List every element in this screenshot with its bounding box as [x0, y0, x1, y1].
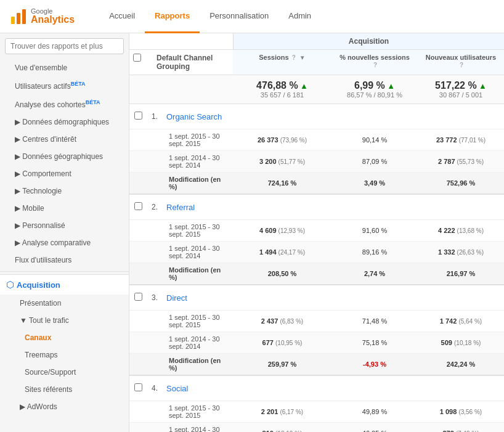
sidebar-item-vue-ensemble[interactable]: Vue d'ensemble	[0, 59, 129, 76]
dr-sessions-pct-3-0: (6,17 %)	[280, 409, 303, 415]
dr-newusers-num-0-0: 23 772	[436, 136, 457, 144]
dr-newusers-1-1: 1 332 (26,63 %)	[418, 245, 504, 259]
channel-checkbox-2[interactable]	[129, 289, 152, 306]
channel-link-2[interactable]: Direct	[166, 293, 187, 303]
totals-new-sessions: 6,99 % ▲ 86,57 % / 80,91 %	[331, 75, 418, 104]
new-users-label: Nouveaux utilisateurs	[426, 54, 496, 61]
dr-sessions-pct-2-0: (6,83 %)	[280, 318, 303, 325]
dr-newusers-2-0: 1 742 (5,64 %)	[418, 314, 504, 328]
sidebar: Vue d'ensemble Utilisateurs actifsBÉTA A…	[0, 33, 129, 432]
sidebar-item-comportement[interactable]: ▶ Comportement	[0, 165, 129, 182]
dr-label-2-1: 1 sept. 2014 - 30 sept. 2014	[152, 332, 233, 353]
channel-link-1[interactable]: Referral	[166, 203, 195, 212]
channel-newusers-empty-0	[418, 113, 504, 120]
ch-check-input-1[interactable]	[134, 202, 142, 210]
nav-admin[interactable]: Admin	[278, 0, 321, 33]
totals-new-sessions-arrow: ▲	[387, 81, 395, 91]
sidebar-item-personnalise[interactable]: ▶ Personnalisé	[0, 217, 129, 234]
channel-name-1: Referral	[164, 200, 233, 214]
dr-newusers-num-3-1: 373	[442, 430, 453, 432]
channel-header-1: 2. Referral	[129, 195, 504, 220]
channel-name-0: Organic Search	[164, 110, 233, 124]
channel-checkbox-1[interactable]	[129, 198, 152, 216]
sessions-sort-icon[interactable]: ▼	[299, 54, 306, 61]
sidebar-item-technologie[interactable]: ▶ Technologie	[0, 182, 129, 200]
totals-new-sessions-sub: 86,57 % / 80,91 %	[336, 91, 413, 99]
channel-num-2: 3.	[152, 293, 164, 302]
nav-personnalisation[interactable]: Personnalisation	[200, 0, 278, 33]
dr-newsess-2-1: 75,18 %	[331, 336, 418, 349]
dr-sessions-1-0: 4 609 (12,93 %)	[233, 224, 331, 237]
channel-link-3[interactable]: Social	[166, 384, 188, 393]
sidebar-item-analyse-cohortes[interactable]: Analyse des cohortesBÉTA	[0, 95, 129, 113]
totals-sessions-pct: 476,88 %	[256, 80, 298, 91]
nav-accueil[interactable]: Accueil	[99, 0, 145, 33]
sidebar-item-donnees-demographiques[interactable]: ▶ Données démographiques	[0, 113, 129, 131]
sidebar-item-mobile[interactable]: ▶ Mobile	[0, 200, 129, 217]
channel-col-header: Default Channel Grouping	[152, 50, 233, 75]
data-row-1-1: 1 sept. 2014 - 30 sept. 2014 1 494 (24,1…	[129, 242, 504, 263]
sidebar-item-source-support[interactable]: Source/Support	[0, 364, 129, 381]
sidebar-item-tout-trafic[interactable]: ▼ Tout le trafic	[0, 312, 129, 329]
mod-row-0: Modification (en %) 724,16 % 3,49 % 752,…	[129, 173, 504, 195]
sidebar-divider	[0, 271, 129, 272]
sidebar-item-canaux[interactable]: Canaux	[0, 329, 129, 346]
totals-sessions-arrow: ▲	[300, 81, 308, 91]
dr-newsess-3-0: 49,89 %	[331, 405, 418, 418]
new-users-help-icon[interactable]: ?	[460, 62, 463, 68]
channel-header-2: 3. Direct	[129, 285, 504, 311]
totals-sessions-sub: 35 657 / 6 181	[238, 91, 327, 99]
channel-name-2: Direct	[164, 291, 233, 305]
mod-label-1: Modification (en %)	[152, 263, 233, 284]
dr-sessions-num-1-0: 4 609	[259, 227, 277, 234]
table-header-group: Acquisition	[129, 33, 504, 50]
select-all-checkbox[interactable]	[133, 54, 141, 62]
header-checkbox[interactable]	[129, 50, 152, 75]
channel-checkbox-0[interactable]	[129, 108, 152, 125]
dr-sessions-pct-1-1: (24,17 %)	[278, 249, 305, 256]
channel-checkbox-3[interactable]	[129, 380, 152, 397]
sidebar-search-container	[0, 33, 129, 59]
sidebar-item-analyse-comparative[interactable]: ▶ Analyse comparative	[0, 234, 129, 251]
acquisition-group-header: Acquisition	[233, 33, 504, 50]
sidebar-item-sites-referents[interactable]: Sites référents	[0, 381, 129, 398]
sessions-label: Sessions	[259, 54, 288, 61]
dr-label-3-0: 1 sept. 2015 - 30 sept. 2015	[152, 401, 233, 422]
sidebar-acquisition-section[interactable]: ⬡ Acquisition	[0, 274, 129, 295]
sessions-help-icon[interactable]: ?	[292, 54, 296, 61]
dr-newsess-3-1: 46,05 %	[331, 426, 418, 432]
channel-rows-container: 1. Organic Search 1 sept. 2015 - 30 sept…	[129, 104, 504, 432]
mod-sessions-0: 724,16 %	[233, 176, 331, 190]
sessions-col-header[interactable]: Sessions ? ▼	[233, 50, 331, 75]
mod-newusers-2: 242,24 %	[418, 357, 504, 371]
ch-check-input-2[interactable]	[134, 293, 142, 301]
sidebar-item-treemaps[interactable]: Treemaps	[0, 346, 129, 364]
mod-sessions-2: 259,97 %	[233, 357, 331, 371]
new-sessions-help-icon[interactable]: ?	[373, 62, 377, 68]
dr-newusers-0-0: 23 772 (77,01 %)	[418, 133, 504, 147]
ch-check-input-3[interactable]	[134, 383, 142, 391]
logo-text: Google Analytics	[31, 8, 75, 25]
channel-header-3: 4. Social	[129, 376, 504, 401]
nav-rapports[interactable]: Rapports	[145, 0, 200, 33]
sidebar-item-centres-interet[interactable]: ▶ Centres d'intérêt	[0, 131, 129, 148]
dr-sessions-pct-2-1: (10,95 %)	[275, 340, 302, 346]
dr-newusers-3-0: 1 098 (3,56 %)	[418, 405, 504, 418]
data-row-2-0: 1 sept. 2015 - 30 sept. 2015 2 437 (6,83…	[129, 311, 504, 332]
search-input[interactable]	[5, 38, 124, 54]
mod-newsess-0: 3,49 %	[331, 176, 418, 190]
dr-sessions-0-1: 3 200 (51,77 %)	[233, 155, 331, 168]
logo: Google Analytics	[10, 8, 75, 25]
sidebar-item-presentation[interactable]: Présentation	[0, 295, 129, 312]
channel-link-0[interactable]: Organic Search	[166, 112, 222, 121]
sidebar-item-utilisateurs-actifs[interactable]: Utilisateurs actifsBÉTA	[0, 76, 129, 95]
ch-check-input-0[interactable]	[134, 112, 142, 120]
channel-num-3: 4.	[152, 384, 164, 393]
main-content: Acquisition Default Channel Grouping Ses…	[129, 33, 504, 432]
dr-newusers-pct-2-1: (10,18 %)	[454, 340, 481, 346]
sidebar-item-donnees-geo[interactable]: ▶ Données géographiques	[0, 148, 129, 165]
sidebar-item-flux-utilisateurs[interactable]: Flux d'utilisateurs	[0, 251, 129, 269]
sidebar-item-adwords[interactable]: ▶ AdWords	[0, 398, 129, 415]
beta-badge-1: BÉTA	[71, 81, 86, 87]
dr-newusers-pct-1-1: (26,63 %)	[457, 249, 484, 256]
